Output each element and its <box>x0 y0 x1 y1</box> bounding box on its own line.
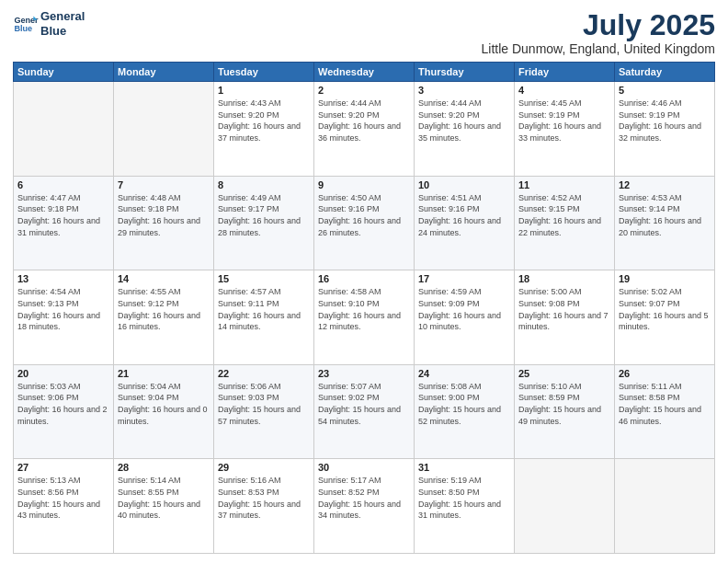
day-info: Sunrise: 4:51 AMSunset: 9:16 PMDaylight:… <box>418 192 510 238</box>
day-info: Sunrise: 4:44 AMSunset: 9:20 PMDaylight:… <box>418 98 510 144</box>
calendar-cell: 4Sunrise: 4:45 AMSunset: 9:19 PMDaylight… <box>515 82 615 177</box>
day-number: 3 <box>418 85 510 96</box>
day-number: 25 <box>518 368 610 379</box>
day-info: Sunrise: 5:00 AMSunset: 9:08 PMDaylight:… <box>518 286 610 332</box>
calendar-cell: 1Sunrise: 4:43 AMSunset: 9:20 PMDaylight… <box>214 82 314 177</box>
month-title: July 2025 <box>482 9 715 41</box>
calendar-cell <box>114 82 214 177</box>
title-block: July 2025 Little Dunmow, England, United… <box>482 9 715 56</box>
calendar-cell: 18Sunrise: 5:00 AMSunset: 9:08 PMDayligh… <box>515 270 615 365</box>
day-number: 23 <box>318 368 410 379</box>
calendar-table: SundayMondayTuesdayWednesdayThursdayFrid… <box>13 62 715 554</box>
day-info: Sunrise: 4:48 AMSunset: 9:18 PMDaylight:… <box>118 192 210 238</box>
day-info: Sunrise: 5:02 AMSunset: 9:07 PMDaylight:… <box>619 286 711 332</box>
day-number: 20 <box>17 368 109 379</box>
day-info: Sunrise: 4:53 AMSunset: 9:14 PMDaylight:… <box>619 192 711 238</box>
day-number: 15 <box>218 273 310 284</box>
day-info: Sunrise: 4:46 AMSunset: 9:19 PMDaylight:… <box>619 98 711 144</box>
day-number: 26 <box>619 368 711 379</box>
calendar-cell: 21Sunrise: 5:04 AMSunset: 9:04 PMDayligh… <box>114 364 214 459</box>
weekday-header-tuesday: Tuesday <box>214 63 314 82</box>
calendar-cell <box>515 459 615 554</box>
logo-text-line1: General <box>40 9 85 24</box>
day-info: Sunrise: 4:54 AMSunset: 9:13 PMDaylight:… <box>17 286 109 332</box>
calendar-cell: 11Sunrise: 4:52 AMSunset: 9:15 PMDayligh… <box>515 176 615 270</box>
calendar-cell: 31Sunrise: 5:19 AMSunset: 8:50 PMDayligh… <box>415 459 515 554</box>
day-number: 28 <box>118 462 210 473</box>
day-number: 8 <box>218 179 310 190</box>
week-row-4: 20Sunrise: 5:03 AMSunset: 9:06 PMDayligh… <box>14 364 715 459</box>
day-info: Sunrise: 4:45 AMSunset: 9:19 PMDaylight:… <box>518 98 610 144</box>
day-number: 27 <box>17 462 109 473</box>
day-info: Sunrise: 5:10 AMSunset: 8:59 PMDaylight:… <box>518 381 610 427</box>
day-info: Sunrise: 4:49 AMSunset: 9:17 PMDaylight:… <box>218 192 310 238</box>
day-info: Sunrise: 5:17 AMSunset: 8:52 PMDaylight:… <box>318 475 410 521</box>
calendar-cell: 26Sunrise: 5:11 AMSunset: 8:58 PMDayligh… <box>615 364 715 459</box>
calendar-cell: 16Sunrise: 4:58 AMSunset: 9:10 PMDayligh… <box>314 270 415 365</box>
calendar-cell: 5Sunrise: 4:46 AMSunset: 9:19 PMDaylight… <box>615 82 715 177</box>
logo-icon: General Blue <box>13 11 39 37</box>
calendar-cell: 20Sunrise: 5:03 AMSunset: 9:06 PMDayligh… <box>14 364 114 459</box>
day-number: 11 <box>518 179 610 190</box>
calendar-cell: 27Sunrise: 5:13 AMSunset: 8:56 PMDayligh… <box>14 459 114 554</box>
calendar-cell: 2Sunrise: 4:44 AMSunset: 9:20 PMDaylight… <box>314 82 415 177</box>
day-number: 18 <box>518 273 610 284</box>
calendar-cell: 13Sunrise: 4:54 AMSunset: 9:13 PMDayligh… <box>14 270 114 365</box>
day-number: 5 <box>619 85 711 96</box>
day-number: 30 <box>318 462 410 473</box>
calendar-cell: 15Sunrise: 4:57 AMSunset: 9:11 PMDayligh… <box>214 270 314 365</box>
calendar-cell: 12Sunrise: 4:53 AMSunset: 9:14 PMDayligh… <box>615 176 715 270</box>
logo-text-line2: Blue <box>40 24 85 39</box>
day-info: Sunrise: 5:08 AMSunset: 9:00 PMDaylight:… <box>418 381 510 427</box>
week-row-3: 13Sunrise: 4:54 AMSunset: 9:13 PMDayligh… <box>14 270 715 365</box>
day-info: Sunrise: 5:06 AMSunset: 9:03 PMDaylight:… <box>218 381 310 427</box>
day-number: 9 <box>318 179 410 190</box>
day-number: 6 <box>17 179 109 190</box>
calendar-cell: 17Sunrise: 4:59 AMSunset: 9:09 PMDayligh… <box>415 270 515 365</box>
calendar-cell: 9Sunrise: 4:50 AMSunset: 9:16 PMDaylight… <box>314 176 415 270</box>
calendar-cell: 24Sunrise: 5:08 AMSunset: 9:00 PMDayligh… <box>415 364 515 459</box>
weekday-header-sunday: Sunday <box>14 63 114 82</box>
day-info: Sunrise: 5:11 AMSunset: 8:58 PMDaylight:… <box>619 381 711 427</box>
logo: General Blue General Blue <box>13 9 85 38</box>
day-number: 22 <box>218 368 310 379</box>
day-info: Sunrise: 5:03 AMSunset: 9:06 PMDaylight:… <box>17 381 109 427</box>
calendar-cell: 10Sunrise: 4:51 AMSunset: 9:16 PMDayligh… <box>415 176 515 270</box>
day-info: Sunrise: 4:57 AMSunset: 9:11 PMDaylight:… <box>218 286 310 332</box>
day-number: 2 <box>318 85 410 96</box>
calendar-cell: 28Sunrise: 5:14 AMSunset: 8:55 PMDayligh… <box>114 459 214 554</box>
calendar-cell: 3Sunrise: 4:44 AMSunset: 9:20 PMDaylight… <box>415 82 515 177</box>
calendar-cell: 22Sunrise: 5:06 AMSunset: 9:03 PMDayligh… <box>214 364 314 459</box>
calendar-cell: 19Sunrise: 5:02 AMSunset: 9:07 PMDayligh… <box>615 270 715 365</box>
day-info: Sunrise: 4:58 AMSunset: 9:10 PMDaylight:… <box>318 286 410 332</box>
day-number: 10 <box>418 179 510 190</box>
day-number: 13 <box>17 273 109 284</box>
calendar-cell: 29Sunrise: 5:16 AMSunset: 8:53 PMDayligh… <box>214 459 314 554</box>
calendar-cell: 8Sunrise: 4:49 AMSunset: 9:17 PMDaylight… <box>214 176 314 270</box>
day-info: Sunrise: 4:55 AMSunset: 9:12 PMDaylight:… <box>118 286 210 332</box>
day-info: Sunrise: 4:59 AMSunset: 9:09 PMDaylight:… <box>418 286 510 332</box>
calendar-cell: 14Sunrise: 4:55 AMSunset: 9:12 PMDayligh… <box>114 270 214 365</box>
day-info: Sunrise: 4:50 AMSunset: 9:16 PMDaylight:… <box>318 192 410 238</box>
calendar-cell: 23Sunrise: 5:07 AMSunset: 9:02 PMDayligh… <box>314 364 415 459</box>
day-info: Sunrise: 5:16 AMSunset: 8:53 PMDaylight:… <box>218 475 310 521</box>
weekday-header-thursday: Thursday <box>415 63 515 82</box>
day-number: 31 <box>418 462 510 473</box>
day-info: Sunrise: 4:47 AMSunset: 9:18 PMDaylight:… <box>17 192 109 238</box>
day-info: Sunrise: 5:07 AMSunset: 9:02 PMDaylight:… <box>318 381 410 427</box>
calendar-cell <box>615 459 715 554</box>
day-number: 1 <box>218 85 310 96</box>
day-info: Sunrise: 4:44 AMSunset: 9:20 PMDaylight:… <box>318 98 410 144</box>
day-number: 24 <box>418 368 510 379</box>
day-number: 16 <box>318 273 410 284</box>
calendar-cell: 7Sunrise: 4:48 AMSunset: 9:18 PMDaylight… <box>114 176 214 270</box>
calendar-cell: 30Sunrise: 5:17 AMSunset: 8:52 PMDayligh… <box>314 459 415 554</box>
weekday-header-row: SundayMondayTuesdayWednesdayThursdayFrid… <box>14 63 715 82</box>
day-number: 21 <box>118 368 210 379</box>
page: General Blue General Blue July 2025 Litt… <box>0 0 728 563</box>
week-row-5: 27Sunrise: 5:13 AMSunset: 8:56 PMDayligh… <box>14 459 715 554</box>
day-info: Sunrise: 5:13 AMSunset: 8:56 PMDaylight:… <box>17 475 109 521</box>
day-number: 17 <box>418 273 510 284</box>
day-info: Sunrise: 5:19 AMSunset: 8:50 PMDaylight:… <box>418 475 510 521</box>
weekday-header-friday: Friday <box>515 63 615 82</box>
